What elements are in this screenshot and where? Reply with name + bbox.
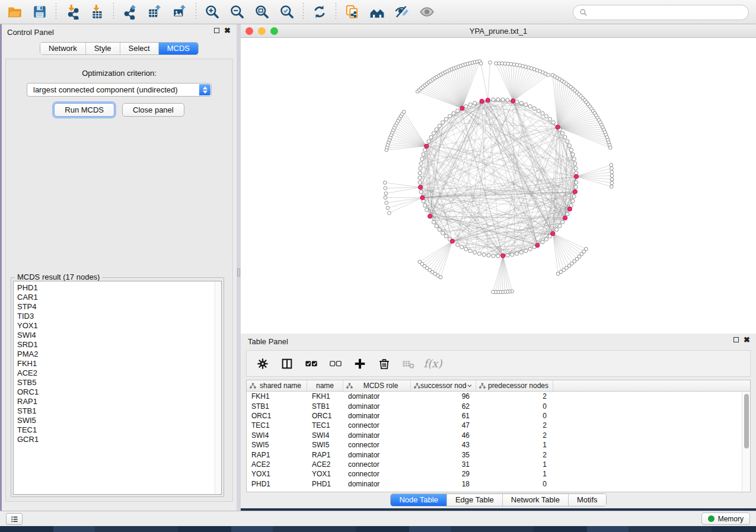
table-scrollbar-thumb[interactable] bbox=[744, 394, 749, 448]
table-row[interactable]: STB1STB1dominator620 bbox=[247, 401, 750, 411]
cell-predecessor-nodes[interactable]: 0 bbox=[476, 402, 553, 411]
control-panel-float-icon[interactable] bbox=[214, 28, 219, 33]
cell-predecessor-nodes[interactable]: 2 bbox=[476, 392, 553, 400]
mcds-result-item[interactable]: RAP1 bbox=[17, 397, 221, 406]
export-image-icon[interactable] bbox=[167, 2, 192, 22]
table-scrollbar[interactable] bbox=[742, 392, 750, 492]
control-panel-close-icon[interactable]: ✖ bbox=[224, 27, 231, 34]
cell-shared-name[interactable]: RAP1 bbox=[247, 451, 307, 459]
mcds-result-item[interactable]: ACE2 bbox=[17, 368, 221, 378]
cell-name[interactable]: FKH1 bbox=[307, 392, 343, 400]
tab-node-table[interactable]: Node Table bbox=[391, 494, 446, 506]
cell-successor-nodes[interactable]: 62 bbox=[411, 402, 476, 411]
table-row[interactable]: ACE2ACE2connector311 bbox=[247, 460, 750, 469]
cell-name[interactable]: TEC1 bbox=[307, 421, 343, 430]
cell-shared-name[interactable]: SWI5 bbox=[247, 441, 307, 449]
export-network-icon[interactable] bbox=[117, 2, 142, 22]
tab-motifs[interactable]: Motifs bbox=[568, 494, 606, 506]
table-panel-float-icon[interactable] bbox=[733, 337, 739, 342]
close-panel-button[interactable]: Close panel bbox=[122, 103, 184, 117]
cell-successor-nodes[interactable]: 18 bbox=[411, 480, 476, 488]
cell-name[interactable]: SWI5 bbox=[307, 441, 343, 449]
show-eye-icon[interactable] bbox=[414, 2, 439, 22]
cell-MCDS-role[interactable]: dominator bbox=[343, 412, 411, 420]
cell-predecessor-nodes[interactable]: 1 bbox=[476, 441, 553, 449]
memory-indicator-button[interactable]: Memory bbox=[701, 512, 750, 525]
zoom-fit-icon[interactable] bbox=[250, 2, 275, 22]
node-table[interactable]: shared namenameMCDS rolesuccessor nodesp… bbox=[246, 380, 751, 492]
search-input[interactable] bbox=[591, 8, 742, 17]
splitter-grip-icon[interactable] bbox=[237, 268, 240, 277]
cell-name[interactable]: PHD1 bbox=[307, 480, 343, 488]
deselect-all-checks-icon[interactable] bbox=[328, 356, 343, 371]
cell-successor-nodes[interactable]: 31 bbox=[411, 460, 476, 469]
network-graph-canvas[interactable] bbox=[241, 38, 756, 334]
open-file-icon[interactable] bbox=[2, 2, 27, 22]
table-row[interactable]: YOX1YOX1connector291 bbox=[247, 469, 750, 479]
cell-name[interactable]: ACE2 bbox=[307, 460, 343, 469]
table-row[interactable]: SWI4SWI4dominator462 bbox=[247, 431, 750, 440]
refresh-view-icon[interactable] bbox=[307, 2, 332, 22]
mcds-result-item[interactable]: PMA2 bbox=[17, 350, 221, 359]
cell-name[interactable]: ORC1 bbox=[307, 412, 343, 420]
cell-shared-name[interactable]: SWI4 bbox=[247, 431, 307, 440]
import-table-icon[interactable] bbox=[85, 2, 110, 22]
cell-MCDS-role[interactable]: dominator bbox=[343, 480, 411, 488]
column-header-name[interactable]: name bbox=[307, 380, 343, 391]
column-header-shared-name[interactable]: shared name bbox=[247, 380, 307, 391]
cell-predecessor-nodes[interactable]: 1 bbox=[476, 460, 553, 469]
mcds-result-item[interactable]: PHD1 bbox=[17, 283, 221, 293]
cell-shared-name[interactable]: FKH1 bbox=[247, 392, 307, 400]
save-session-icon[interactable] bbox=[27, 2, 52, 22]
cell-MCDS-role[interactable]: connector bbox=[343, 441, 411, 449]
network-window-titlebar[interactable]: YPA_prune.txt_1 bbox=[241, 24, 756, 38]
cell-MCDS-role[interactable]: dominator bbox=[343, 431, 411, 440]
tab-network-table[interactable]: Network Table bbox=[502, 494, 568, 506]
copy-view-icon[interactable] bbox=[340, 2, 365, 22]
mcds-result-list[interactable]: PHD1CAR1STP4TID3YOX1SWI4SRD1PMA2FKH1ACE2… bbox=[13, 281, 222, 495]
cell-predecessor-nodes[interactable]: 2 bbox=[476, 451, 553, 459]
table-panel-close-icon[interactable]: ✖ bbox=[744, 336, 750, 343]
mcds-result-item[interactable]: SWI4 bbox=[17, 331, 221, 340]
table-row[interactable]: RAP1RAP1dominator352 bbox=[247, 450, 750, 459]
tab-mcds[interactable]: MCDS bbox=[158, 43, 198, 55]
mcds-result-item[interactable]: SWI5 bbox=[17, 416, 221, 425]
cell-successor-nodes[interactable]: 46 bbox=[411, 431, 476, 440]
mcds-result-item[interactable]: SRD1 bbox=[17, 340, 221, 350]
cell-successor-nodes[interactable]: 61 bbox=[411, 412, 476, 420]
cell-successor-nodes[interactable]: 96 bbox=[411, 392, 476, 400]
criterion-dropdown[interactable]: largest connected component (undirected) bbox=[27, 83, 212, 97]
panel-menu-button[interactable] bbox=[6, 513, 23, 525]
delete-column-icon[interactable] bbox=[377, 356, 392, 371]
add-column-icon[interactable] bbox=[352, 356, 368, 371]
mcds-result-item[interactable]: YOX1 bbox=[17, 321, 221, 331]
zoom-in-icon[interactable] bbox=[200, 2, 225, 22]
mcds-result-item[interactable]: STB5 bbox=[17, 378, 221, 387]
cell-name[interactable]: SWI4 bbox=[307, 431, 343, 440]
mcds-result-item[interactable]: STP4 bbox=[17, 302, 221, 312]
export-table-icon[interactable] bbox=[142, 2, 167, 22]
mcds-result-item[interactable]: CAR1 bbox=[17, 293, 221, 302]
cell-MCDS-role[interactable]: connector bbox=[343, 421, 411, 430]
table-row[interactable]: PHD1PHD1dominator180 bbox=[247, 479, 750, 489]
mcds-result-item[interactable]: FKH1 bbox=[17, 359, 221, 368]
cell-predecessor-nodes[interactable]: 2 bbox=[476, 431, 553, 440]
column-header-MCDS-role[interactable]: MCDS role bbox=[343, 380, 411, 391]
cell-shared-name[interactable]: YOX1 bbox=[247, 470, 307, 478]
cell-MCDS-role[interactable]: dominator bbox=[343, 402, 411, 411]
hide-annotations-icon[interactable] bbox=[390, 2, 414, 22]
cell-predecessor-nodes[interactable]: 0 bbox=[476, 412, 553, 420]
cell-MCDS-role[interactable]: connector bbox=[343, 470, 411, 478]
table-row[interactable]: SWI5SWI5connector431 bbox=[247, 440, 750, 450]
cell-name[interactable]: RAP1 bbox=[307, 451, 343, 459]
panel-splitter[interactable] bbox=[237, 24, 241, 511]
cell-shared-name[interactable]: TEC1 bbox=[247, 421, 307, 430]
search-field[interactable] bbox=[573, 5, 749, 20]
cell-name[interactable]: YOX1 bbox=[307, 470, 343, 478]
settings-gear-icon[interactable] bbox=[255, 356, 270, 371]
tab-style[interactable]: Style bbox=[85, 43, 120, 55]
run-mcds-button[interactable]: Run MCDS bbox=[54, 103, 114, 117]
zoom-selected-icon[interactable] bbox=[275, 2, 299, 22]
cell-shared-name[interactable]: PHD1 bbox=[247, 480, 307, 488]
split-panel-icon[interactable] bbox=[279, 356, 295, 371]
